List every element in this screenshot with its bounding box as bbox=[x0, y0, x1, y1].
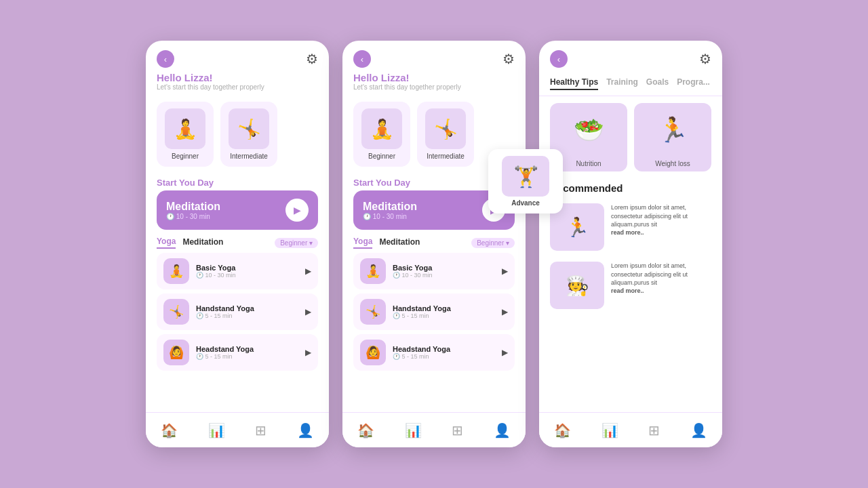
yoga-thumb-handstand-left: 🤸 bbox=[163, 299, 189, 325]
yoga-item-handstand-left[interactable]: 🤸 Handstand Yoga 🕐 5 - 15 min ▶ bbox=[157, 293, 318, 330]
intermediate-label-mid: Intermediate bbox=[427, 152, 465, 160]
beginner-badge-left[interactable]: Beginner ▾ bbox=[275, 238, 318, 248]
back-button-right[interactable]: ‹ bbox=[550, 50, 568, 68]
med-play-left[interactable]: ▶ bbox=[285, 199, 309, 222]
advance-label: Advance bbox=[511, 199, 540, 207]
intermediate-img-left: 🤸 bbox=[229, 108, 269, 149]
yoga-time-headstand-left: 🕐 5 - 15 min bbox=[196, 353, 298, 360]
gear-icon-mid[interactable]: ⚙ bbox=[502, 51, 515, 67]
play-handstand-mid[interactable]: ▶ bbox=[502, 307, 508, 317]
yoga-info-headstand-mid: Headstand Yoga 🕐 5 - 15 min bbox=[393, 345, 495, 360]
beginner-img-mid: 🧘 bbox=[361, 108, 402, 149]
back-button-mid[interactable]: ‹ bbox=[353, 50, 371, 68]
tab-yoga-left[interactable]: Yoga bbox=[157, 237, 176, 249]
nav-grid-mid[interactable]: ⊞ bbox=[448, 418, 467, 443]
nutrition-label: Nutrition bbox=[576, 157, 601, 171]
yoga-tabs-left: Yoga Meditation Beginner ▾ bbox=[146, 237, 329, 249]
yoga-name-basic-left: Basic Yoga bbox=[196, 264, 298, 272]
hello-sub-mid: Let's start this day together properly bbox=[353, 83, 515, 91]
yoga-name-headstand-left: Headstand Yoga bbox=[196, 345, 298, 353]
gear-icon-right[interactable]: ⚙ bbox=[699, 51, 711, 67]
yoga-item-basic-mid[interactable]: 🧘 Basic Yoga 🕐 10 - 30 min ▶ bbox=[353, 253, 515, 289]
nav-grid-right[interactable]: ⊞ bbox=[644, 418, 664, 443]
yoga-name-handstand-mid: Handstand Yoga bbox=[393, 304, 495, 312]
yoga-name-headstand-mid: Headstand Yoga bbox=[393, 345, 495, 353]
tab-healthy-tips[interactable]: Healthy Tips bbox=[550, 77, 598, 90]
hello-sub-left: Let's start this day together properly bbox=[157, 83, 318, 91]
nav-home-mid[interactable]: 🏠 bbox=[353, 418, 378, 443]
med-info-mid: Meditation 🕐 10 - 30 min bbox=[363, 201, 417, 220]
yoga-tabs-mid: Yoga Meditation Beginner ▾ bbox=[342, 237, 526, 249]
tab-training[interactable]: Training bbox=[606, 77, 638, 90]
play-basic-left[interactable]: ▶ bbox=[305, 266, 311, 276]
header-right: ‹ ⚙ bbox=[539, 41, 722, 72]
yoga-thumb-headstand-left: 🙆 bbox=[163, 340, 189, 365]
nav-profile-right[interactable]: 👤 bbox=[686, 418, 711, 443]
yoga-time-basic-left: 🕐 10 - 30 min bbox=[196, 272, 298, 279]
yoga-item-handstand-mid[interactable]: 🤸 Handstand Yoga 🕐 5 - 15 min ▶ bbox=[353, 293, 515, 330]
advance-img: 🏋️ bbox=[502, 156, 549, 197]
tab-meditation-mid[interactable]: Meditation bbox=[379, 237, 420, 248]
yoga-item-headstand-mid[interactable]: 🙆 Headstand Yoga 🕐 5 - 15 min ▶ bbox=[353, 334, 515, 371]
nav-stats-left[interactable]: 📊 bbox=[204, 418, 229, 443]
back-button-left[interactable]: ‹ bbox=[157, 50, 174, 68]
nav-profile-left[interactable]: 👤 bbox=[293, 418, 318, 443]
rec-read-2[interactable]: read more.. bbox=[611, 287, 711, 294]
yoga-info-headstand-left: Headstand Yoga 🕐 5 - 15 min bbox=[196, 345, 298, 360]
yoga-info-handstand-left: Handstand Yoga 🕐 5 - 15 min bbox=[196, 304, 298, 319]
med-info-left: Meditation 🕐 10 - 30 min bbox=[166, 201, 220, 220]
play-headstand-left[interactable]: ▶ bbox=[305, 348, 311, 357]
med-time-mid: 🕐 10 - 30 min bbox=[363, 213, 417, 220]
play-headstand-mid[interactable]: ▶ bbox=[502, 348, 508, 357]
hello-title-left: Hello Lizza! bbox=[157, 72, 318, 83]
bottom-nav-left: 🏠 📊 ⊞ 👤 bbox=[146, 412, 329, 447]
play-basic-mid[interactable]: ▶ bbox=[502, 266, 508, 276]
nav-home-right[interactable]: 🏠 bbox=[550, 418, 575, 443]
meditation-card-left[interactable]: Meditation 🕐 10 - 30 min ▶ bbox=[157, 190, 318, 230]
rec-desc-1: Lorem ipsum dolor sit amet, consectetur … bbox=[611, 203, 711, 229]
beginner-badge-mid[interactable]: Beginner ▾ bbox=[471, 238, 515, 248]
phone-right: ‹ ⚙ Healthy Tips Training Goals Progra..… bbox=[539, 41, 722, 447]
header-left: ‹ ⚙ bbox=[146, 41, 329, 72]
cat-intermediate-mid[interactable]: 🤸 Intermediate bbox=[417, 102, 474, 167]
cat-beginner-left[interactable]: 🧘 Beginner bbox=[157, 102, 214, 167]
med-title-mid: Meditation bbox=[363, 201, 417, 213]
nav-stats-right[interactable]: 📊 bbox=[597, 418, 623, 443]
yoga-item-headstand-left[interactable]: 🙆 Headstand Yoga 🕐 5 - 15 min ▶ bbox=[157, 334, 318, 371]
hello-block-mid: Hello Lizza! Let's start this day togeth… bbox=[342, 72, 526, 95]
beginner-img-left: 🧘 bbox=[165, 108, 205, 149]
yoga-thumb-headstand-mid: 🙆 bbox=[360, 340, 386, 365]
weightloss-card[interactable]: 🏃 Weight loss bbox=[634, 103, 711, 171]
nav-profile-mid[interactable]: 👤 bbox=[490, 418, 515, 443]
recommended-title: Recommended bbox=[539, 178, 722, 198]
hello-title-mid: Hello Lizza! bbox=[353, 72, 515, 83]
cat-beginner-mid[interactable]: 🧘 Beginner bbox=[353, 102, 410, 167]
yoga-thumb-basic-left: 🧘 bbox=[163, 258, 189, 284]
right-cards-section: 🥗 Nutrition 🏃 Weight loss bbox=[539, 96, 722, 178]
beginner-label-left: Beginner bbox=[172, 152, 199, 160]
gear-icon-left[interactable]: ⚙ bbox=[306, 51, 318, 67]
tab-yoga-mid[interactable]: Yoga bbox=[353, 237, 372, 249]
rec-read-1[interactable]: read more.. bbox=[611, 229, 711, 236]
advance-card[interactable]: 🏋️ Advance bbox=[488, 149, 563, 214]
med-time-left: 🕐 10 - 30 min bbox=[166, 213, 220, 220]
yoga-list-mid: 🧘 Basic Yoga 🕐 10 - 30 min ▶ 🤸 Handstand… bbox=[342, 253, 526, 371]
yoga-time-handstand-mid: 🕐 5 - 15 min bbox=[393, 312, 495, 319]
cat-intermediate-left[interactable]: 🤸 Intermediate bbox=[220, 102, 277, 167]
yoga-time-basic-mid: 🕐 10 - 30 min bbox=[393, 272, 495, 279]
tab-program[interactable]: Progra... bbox=[677, 77, 710, 90]
tab-goals[interactable]: Goals bbox=[646, 77, 669, 90]
play-handstand-left[interactable]: ▶ bbox=[305, 307, 311, 317]
rec-item-1[interactable]: 🏃 Lorem ipsum dolor sit amet, consectetu… bbox=[539, 198, 722, 256]
yoga-list-left: 🧘 Basic Yoga 🕐 10 - 30 min ▶ 🤸 Handstand… bbox=[146, 253, 329, 371]
tab-meditation-left[interactable]: Meditation bbox=[182, 237, 223, 248]
nav-stats-mid[interactable]: 📊 bbox=[401, 418, 426, 443]
nav-home-left[interactable]: 🏠 bbox=[157, 418, 182, 443]
intermediate-label-left: Intermediate bbox=[230, 152, 268, 160]
phone-mid: ‹ ⚙ Hello Lizza! Let's start this day to… bbox=[342, 41, 526, 447]
weightloss-img: 🏃 bbox=[634, 103, 711, 157]
nutrition-img: 🥗 bbox=[550, 103, 627, 157]
yoga-item-basic-left[interactable]: 🧘 Basic Yoga 🕐 10 - 30 min ▶ bbox=[157, 253, 318, 289]
nav-grid-left[interactable]: ⊞ bbox=[251, 418, 271, 443]
rec-item-2[interactable]: 🧑‍🍳 Lorem ipsum dolor sit amet, consecte… bbox=[539, 256, 722, 314]
